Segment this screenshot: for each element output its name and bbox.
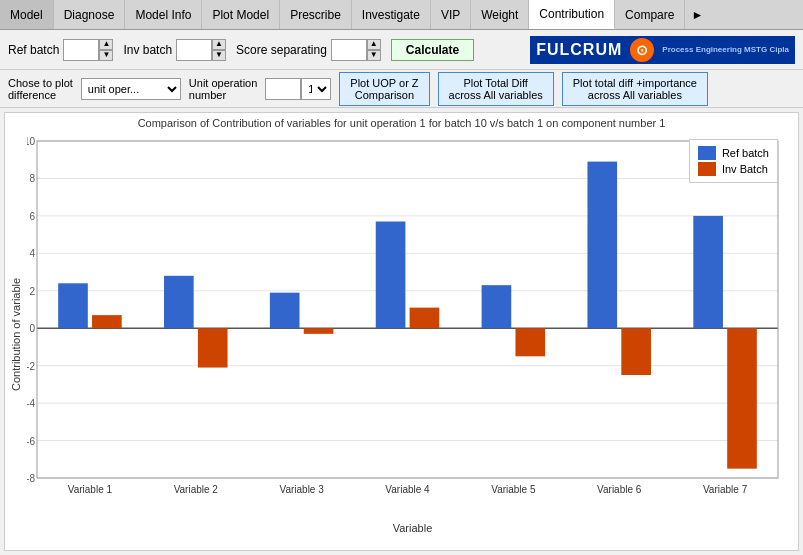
svg-text:2: 2 — [29, 286, 35, 297]
nav-item-prescribe[interactable]: Prescribe — [280, 0, 352, 29]
chart-container: Comparison of Contribution of variables … — [4, 112, 799, 551]
plot-total2-label2: across All variables — [588, 89, 682, 101]
score-spinners: ▲ ▼ — [367, 39, 381, 61]
unit-op-field[interactable]: 1 — [265, 78, 301, 100]
plot-diff-dropdown[interactable]: unit oper... — [81, 78, 181, 100]
svg-text:Variable 3: Variable 3 — [279, 484, 324, 495]
nav-item-compare[interactable]: Compare — [615, 0, 685, 29]
nav-item-vip[interactable]: VIP — [431, 0, 471, 29]
x-axis-label: Variable — [27, 522, 798, 534]
ref-batch-input[interactable]: 10 ▲ ▼ — [63, 39, 113, 61]
score-up[interactable]: ▲ — [367, 39, 381, 50]
legend-ref-label: Ref batch — [722, 147, 769, 159]
svg-rect-32 — [482, 285, 512, 328]
inv-batch-spinners: ▲ ▼ — [212, 39, 226, 61]
svg-text:-8: -8 — [27, 473, 35, 484]
plot-uop-button[interactable]: Plot UOP or Z Comparison — [339, 72, 429, 106]
inv-batch-label: Inv batch — [123, 43, 172, 57]
chart-svg: -8-6-4-20246810Variable 1Variable 2Varia… — [27, 131, 798, 508]
svg-text:4: 4 — [29, 248, 35, 259]
chart-title: Comparison of Contribution of variables … — [5, 113, 798, 131]
plot-total-button[interactable]: Plot Total Diff across All variables — [438, 72, 554, 106]
svg-rect-35 — [587, 162, 617, 329]
svg-rect-29 — [376, 222, 406, 329]
nav-item-model[interactable]: Model — [0, 0, 54, 29]
ref-batch-field[interactable]: 10 — [63, 39, 99, 61]
svg-rect-24 — [198, 328, 228, 367]
score-label: Score separating — [236, 43, 327, 57]
unit-op-spinner[interactable]: 1 1 — [265, 78, 331, 100]
chart-wrap: Contribution of variable -8-6-4-20246810… — [5, 131, 798, 538]
plot-total2-button[interactable]: Plot total diff +importance across All v… — [562, 72, 708, 106]
nav-item-diagnose[interactable]: Diagnose — [54, 0, 126, 29]
score-field[interactable]: 1 — [331, 39, 367, 61]
controls-row-1: Ref batch 10 ▲ ▼ Inv batch 1 ▲ ▼ Score s… — [0, 30, 803, 70]
nav-item-plot-model[interactable]: Plot Model — [202, 0, 280, 29]
unit-op-dropdown[interactable]: 1 — [301, 78, 331, 100]
unit-op-number-label: number — [189, 89, 226, 101]
ref-batch-spinners: ▲ ▼ — [99, 39, 113, 61]
plot-total-label: Plot Total Diff — [463, 77, 527, 89]
score-input[interactable]: 1 ▲ ▼ — [331, 39, 381, 61]
svg-text:Variable 2: Variable 2 — [174, 484, 219, 495]
svg-rect-33 — [515, 328, 545, 356]
legend-inv: Inv Batch — [698, 162, 769, 176]
logo: FULCRUM ⊙ Process Engineering MSTG Cipla — [530, 36, 795, 64]
svg-text:Variable 6: Variable 6 — [597, 484, 642, 495]
inv-batch-up[interactable]: ▲ — [212, 39, 226, 50]
svg-rect-27 — [304, 328, 334, 334]
legend-inv-color — [698, 162, 716, 176]
svg-text:0: 0 — [29, 323, 35, 334]
plot-total2-label: Plot total diff +importance — [573, 77, 697, 89]
nav-item-weight[interactable]: Weight — [471, 0, 529, 29]
nav-item-contribution[interactable]: Contribution — [529, 0, 615, 29]
plot-diff-label: Chose to plot — [8, 77, 73, 89]
inv-batch-down[interactable]: ▼ — [212, 50, 226, 61]
plot-diff-label2: difference — [8, 89, 56, 101]
main-content: Comparison of Contribution of variables … — [0, 108, 803, 555]
svg-rect-36 — [621, 328, 651, 375]
legend-inv-label: Inv Batch — [722, 163, 768, 175]
svg-rect-23 — [164, 276, 194, 328]
svg-rect-21 — [92, 315, 122, 328]
svg-rect-26 — [270, 293, 300, 329]
svg-text:10: 10 — [27, 136, 35, 147]
logo-sub: Process Engineering MSTG Cipla — [662, 45, 789, 55]
nav-bar: // Will be rendered by JS below ModelDia… — [0, 0, 803, 30]
inv-batch-field[interactable]: 1 — [176, 39, 212, 61]
y-axis-label: Contribution of variable — [5, 131, 27, 538]
svg-text:6: 6 — [29, 211, 35, 222]
legend-ref: Ref batch — [698, 146, 769, 160]
score-down[interactable]: ▼ — [367, 50, 381, 61]
unit-op-label: Unit operation — [189, 77, 258, 89]
svg-rect-20 — [58, 283, 88, 328]
inv-batch-group: Inv batch 1 ▲ ▼ — [123, 39, 226, 61]
svg-text:Variable 1: Variable 1 — [68, 484, 113, 495]
logo-text: FULCRUM — [536, 41, 622, 59]
nav-arrow[interactable]: ► — [685, 0, 709, 29]
inv-batch-input[interactable]: 1 ▲ ▼ — [176, 39, 226, 61]
svg-text:-2: -2 — [27, 361, 35, 372]
plot-diff-group: Chose to plot difference — [8, 77, 73, 101]
calculate-button[interactable]: Calculate — [391, 39, 474, 61]
controls-row-2: Chose to plot difference unit oper... Un… — [0, 70, 803, 108]
svg-text:-4: -4 — [27, 398, 35, 409]
svg-rect-41 — [37, 141, 778, 478]
legend-ref-color — [698, 146, 716, 160]
nav-item-investigate[interactable]: Investigate — [352, 0, 431, 29]
ref-batch-down[interactable]: ▼ — [99, 50, 113, 61]
ref-batch-up[interactable]: ▲ — [99, 39, 113, 50]
nav-item-model-info[interactable]: Model Info — [125, 0, 202, 29]
plot-uop-label2: Comparison — [355, 89, 414, 101]
chart-legend: Ref batch Inv Batch — [689, 139, 778, 183]
plot-total-label2: across All variables — [449, 89, 543, 101]
svg-rect-38 — [693, 216, 723, 328]
svg-rect-30 — [410, 308, 440, 329]
plot-uop-label: Plot UOP or Z — [350, 77, 418, 89]
svg-text:8: 8 — [29, 173, 35, 184]
score-group: Score separating 1 ▲ ▼ — [236, 39, 381, 61]
svg-text:Variable 4: Variable 4 — [385, 484, 430, 495]
ref-batch-group: Ref batch 10 ▲ ▼ — [8, 39, 113, 61]
ref-batch-label: Ref batch — [8, 43, 59, 57]
chart-inner: -8-6-4-20246810Variable 1Variable 2Varia… — [27, 131, 798, 538]
